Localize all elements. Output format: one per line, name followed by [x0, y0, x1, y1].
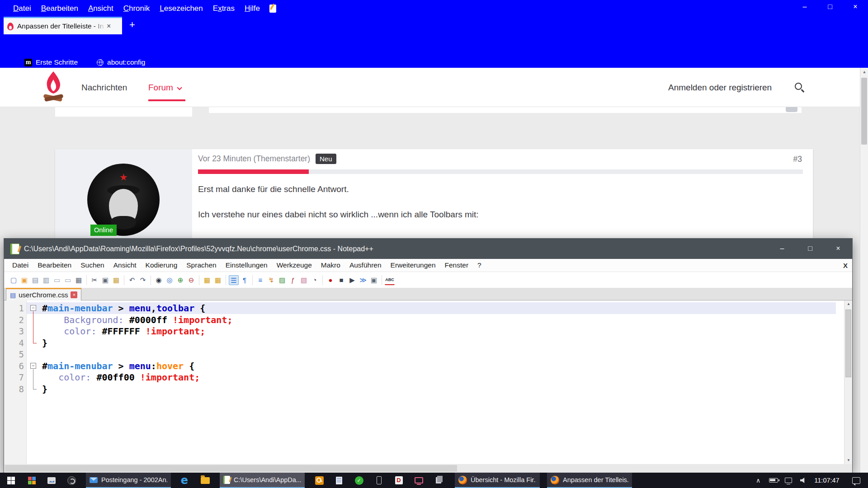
- bookmark-about-config[interactable]: about:config: [107, 58, 145, 66]
- minimize-button[interactable]: –: [768, 239, 796, 259]
- battery-icon[interactable]: [766, 473, 781, 488]
- tab-anpassen-der-titelleiste[interactable]: Anpassen der Titelleiste - In ×: [4, 17, 122, 34]
- npp-menu-erweiterungen[interactable]: Erweiterungen: [386, 261, 440, 269]
- campfirefox-logo[interactable]: [42, 70, 64, 105]
- tab-close-icon[interactable]: ×: [71, 291, 77, 298]
- fold-marker[interactable]: −: [30, 363, 36, 369]
- print-icon[interactable]: ▦: [74, 275, 84, 285]
- taskbar-button-notepadpp[interactable]: C:\Users\Andi\AppDa...: [220, 473, 305, 488]
- redo-icon[interactable]: ↷: [138, 275, 148, 285]
- menu-datei[interactable]: Datei: [8, 4, 36, 13]
- tab-close-icon[interactable]: ×: [107, 22, 111, 30]
- photos-app-icon[interactable]: [24, 473, 40, 488]
- nav-forum[interactable]: Forum: [148, 83, 180, 93]
- indent-guide-icon[interactable]: ≡: [255, 275, 265, 285]
- antivirus-icon[interactable]: ✓: [351, 473, 367, 488]
- close-doc-icon[interactable]: ▭: [52, 275, 62, 285]
- menu-chronik[interactable]: Chronik: [118, 4, 155, 13]
- npp-menu-sprachen[interactable]: Sprachen: [182, 261, 221, 269]
- notes-app-icon[interactable]: [331, 473, 347, 488]
- d-app-icon[interactable]: D: [391, 473, 407, 488]
- action-center-icon[interactable]: [847, 473, 865, 488]
- npp-menu-makro[interactable]: Makro: [316, 261, 345, 269]
- npp-menu-suchen[interactable]: Suchen: [76, 261, 109, 269]
- edge-icon[interactable]: e: [176, 473, 193, 488]
- post-timestamp[interactable]: Vor 23 Minuten (Themenstarter): [198, 154, 310, 164]
- tab-userchrome-css[interactable]: ▤ userChrome.css ×: [6, 288, 81, 300]
- scroll-down-arrow[interactable]: ▼: [844, 457, 853, 464]
- word-wrap-icon[interactable]: ☰: [229, 275, 239, 285]
- taskbar-button-mail[interactable]: Posteingang - 2002An...: [86, 473, 171, 488]
- scrollbar-thumb[interactable]: [845, 310, 851, 377]
- bookmark-erste-schritte[interactable]: Erste Schritte: [36, 58, 78, 66]
- close-button[interactable]: ×: [824, 239, 852, 259]
- remote-monitor-icon[interactable]: [410, 473, 427, 488]
- spell-check-icon[interactable]: ABC: [385, 275, 395, 285]
- folder-as-workspace-icon[interactable]: ▧: [299, 275, 309, 285]
- zoom-out-icon[interactable]: ⊖: [186, 275, 196, 285]
- sync-vertical-icon[interactable]: ▦: [202, 275, 212, 285]
- network-icon[interactable]: [781, 473, 796, 488]
- browser-scrollbar[interactable]: ▲: [860, 68, 868, 473]
- taskbar-button-firefox-anpassen[interactable]: Anpassen der Titelleis...: [547, 473, 632, 488]
- presentation-app-icon[interactable]: [43, 473, 60, 488]
- npp-menu-ausfuehren[interactable]: Ausführen: [345, 261, 386, 269]
- scroll-up-arrow[interactable]: ▲: [844, 300, 853, 308]
- macro-record-icon[interactable]: ●: [326, 275, 335, 285]
- tray-chevron-icon[interactable]: ∧: [751, 473, 765, 488]
- start-button[interactable]: [3, 473, 19, 488]
- maximize-button[interactable]: □: [796, 239, 824, 259]
- paste-icon[interactable]: ▦: [111, 275, 121, 285]
- new-file-icon[interactable]: ▢: [9, 275, 19, 285]
- npp-menu-kodierung[interactable]: Kodierung: [141, 261, 182, 269]
- show-all-characters-icon[interactable]: ¶: [240, 275, 250, 285]
- npp-menu-help[interactable]: ?: [473, 261, 486, 269]
- forum-search-icon[interactable]: [795, 83, 802, 90]
- save-icon[interactable]: ▤: [30, 275, 40, 285]
- menu-lesezeichen[interactable]: Lesezeichen: [155, 4, 208, 13]
- shortcut-mapper-icon[interactable]: ↯: [266, 275, 276, 285]
- replace-icon[interactable]: ◎: [165, 275, 175, 285]
- find-icon[interactable]: ◉: [154, 275, 164, 285]
- new-tab-button[interactable]: +: [129, 19, 135, 31]
- macro-play-icon[interactable]: ▶: [347, 275, 357, 285]
- save-all-icon[interactable]: ▥: [41, 275, 51, 285]
- notepadpp-titlebar[interactable]: C:\Users\Andi\AppData\Roaming\Mozilla\Fi…: [4, 239, 852, 259]
- macro-stop-icon[interactable]: ■: [336, 275, 346, 285]
- swirl-app-icon[interactable]: [63, 473, 80, 488]
- copy-pages-icon[interactable]: [430, 473, 447, 488]
- file-explorer-icon[interactable]: [197, 473, 213, 488]
- cut-icon[interactable]: ✂: [90, 275, 99, 285]
- npp-menu-fenster[interactable]: Fenster: [440, 261, 473, 269]
- sync-horizontal-icon[interactable]: ▦: [213, 275, 223, 285]
- undo-icon[interactable]: ↶: [127, 275, 137, 285]
- npp-menu-werkzeuge[interactable]: Werkzeuge: [272, 261, 316, 269]
- hscrollbar-thumb[interactable]: [5, 465, 457, 472]
- npp-menubar-close-x[interactable]: X: [843, 259, 848, 272]
- scroll-up-arrow[interactable]: ▲: [860, 68, 868, 76]
- speaker-icon[interactable]: [796, 473, 810, 488]
- taskbar-button-firefox-uebersicht[interactable]: Übersicht - Mozilla Fir...: [455, 473, 540, 488]
- menu-extras[interactable]: Extras: [208, 4, 240, 13]
- minimize-button[interactable]: –: [792, 0, 817, 14]
- menu-hilfe[interactable]: Hilfe: [240, 4, 265, 13]
- npp-menu-bearbeiten[interactable]: Bearbeiten: [33, 261, 76, 269]
- npp-menu-einstellungen[interactable]: Einstellungen: [221, 261, 272, 269]
- editor-vscrollbar[interactable]: ▲ ▼: [844, 300, 852, 464]
- copy-icon[interactable]: ▣: [100, 275, 110, 285]
- keepass-icon[interactable]: [311, 473, 327, 488]
- nav-nachrichten[interactable]: Nachrichten: [81, 83, 127, 93]
- scrollbar-thumb[interactable]: [861, 78, 867, 145]
- clock[interactable]: 11:07:47: [811, 473, 843, 488]
- code-editor[interactable]: 1 #main-menubar > menu,toolbar { 2 Backg…: [4, 300, 852, 464]
- close-all-icon[interactable]: ▭: [63, 275, 73, 285]
- post-number[interactable]: #3: [793, 155, 802, 164]
- zoom-in-icon[interactable]: ⊕: [175, 275, 185, 285]
- macro-run-icon[interactable]: ≫: [358, 275, 368, 285]
- macro-save-icon[interactable]: ▣: [369, 275, 379, 285]
- maximize-button[interactable]: □: [817, 0, 843, 14]
- fold-marker[interactable]: −: [30, 305, 36, 311]
- menu-ansicht[interactable]: Ansicht: [83, 4, 118, 13]
- document-monitor-icon[interactable]: ◔: [310, 275, 320, 285]
- login-link[interactable]: Anmelden oder registrieren: [668, 83, 772, 93]
